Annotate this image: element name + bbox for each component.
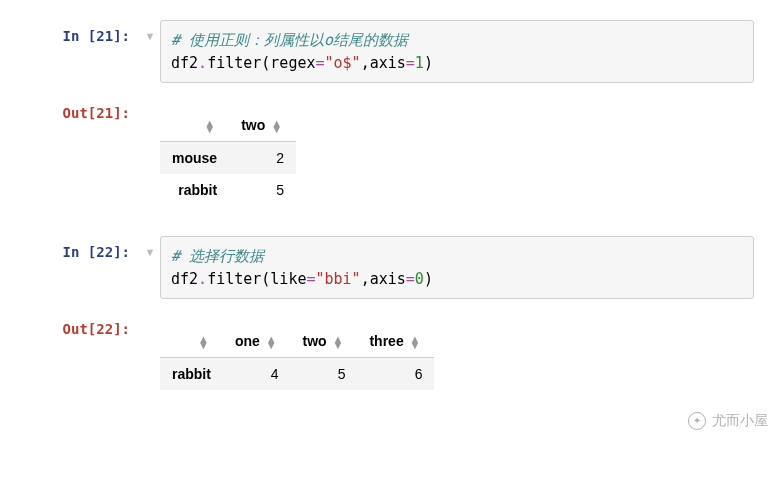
sort-icon: ▲▼ [204,120,215,132]
watermark: ✦ 尤而小屋 [688,412,768,430]
row-index: rabbit [160,174,229,206]
table-row: rabbit 4 5 6 [160,358,434,391]
column-header[interactable]: three ▲▼ [357,325,434,358]
sort-icon: ▲▼ [266,336,277,348]
code-input[interactable]: # 使用正则：列属性以o结尾的数据 df2.filter(regex="o$",… [160,20,754,83]
wechat-icon: ✦ [688,412,706,430]
input-prompt: In [22]: [20,236,140,260]
cell-collapser[interactable]: ▼ [140,236,160,258]
input-prompt: In [21]: [20,20,140,44]
column-header[interactable]: one ▲▼ [223,325,291,358]
column-header[interactable]: two ▲▼ [229,109,296,142]
code-input[interactable]: # 选择行数据 df2.filter(like="bbi",axis=0) [160,236,754,299]
cell-value: 2 [229,142,296,175]
row-index: rabbit [160,358,223,391]
chevron-down-icon: ▼ [145,30,156,42]
cell-value: 5 [291,358,358,391]
cell-value: 5 [229,174,296,206]
code-comment: # 使用正则：列属性以o结尾的数据 [171,31,408,49]
index-header[interactable]: ▲▼ [160,109,229,142]
chevron-down-icon: ▼ [145,246,156,258]
table-row: mouse 2 [160,142,296,175]
notebook-cell: In [21]: ▼ # 使用正则：列属性以o结尾的数据 df2.filter(… [20,20,754,206]
dataframe-table: ▲▼ one ▲▼ two ▲▼ three ▲▼ rabbit 4 5 6 [160,325,434,390]
dataframe-table: ▲▼ two ▲▼ mouse 2 rabbit 5 [160,109,296,206]
row-index: mouse [160,142,229,175]
sort-icon: ▲▼ [333,336,344,348]
code-comment: # 选择行数据 [171,247,264,265]
sort-icon: ▲▼ [410,336,421,348]
sort-icon: ▲▼ [198,336,209,348]
output-prompt: Out[21]: [20,97,140,121]
output-area: ▲▼ two ▲▼ mouse 2 rabbit 5 [160,97,754,206]
cell-value: 6 [357,358,434,391]
watermark-text: 尤而小屋 [712,412,768,430]
sort-icon: ▲▼ [271,120,282,132]
output-prompt: Out[22]: [20,313,140,337]
table-row: rabbit 5 [160,174,296,206]
cell-collapser[interactable]: ▼ [140,20,160,42]
column-header[interactable]: two ▲▼ [291,325,358,358]
cell-value: 4 [223,358,291,391]
notebook-cell: In [22]: ▼ # 选择行数据 df2.filter(like="bbi"… [20,236,754,390]
output-area: ▲▼ one ▲▼ two ▲▼ three ▲▼ rabbit 4 5 6 [160,313,754,390]
index-header[interactable]: ▲▼ [160,325,223,358]
